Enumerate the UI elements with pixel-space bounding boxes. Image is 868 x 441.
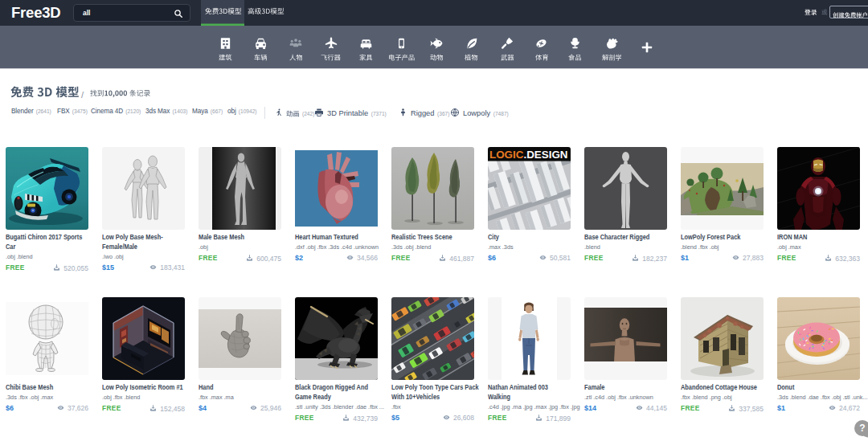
svg-text:LOGIC.DESIGN: LOGIC.DESIGN [489,149,567,161]
